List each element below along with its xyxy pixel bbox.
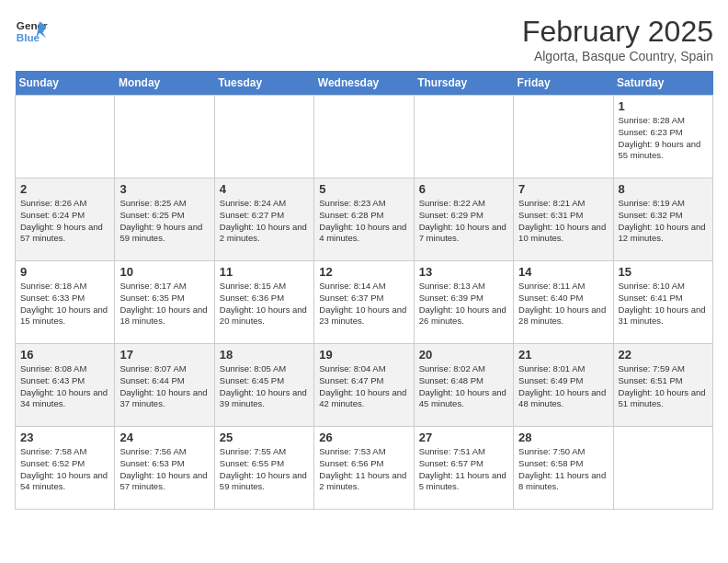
day-info: Sunrise: 8:26 AM Sunset: 6:24 PM Dayligh… [20, 198, 109, 245]
day-number: 25 [220, 431, 309, 444]
calendar-cell: 12Sunrise: 8:14 AM Sunset: 6:37 PM Dayli… [314, 261, 414, 344]
day-number: 27 [419, 431, 508, 444]
day-info: Sunrise: 8:02 AM Sunset: 6:48 PM Dayligh… [419, 363, 508, 410]
day-info: Sunrise: 7:53 AM Sunset: 6:56 PM Dayligh… [319, 446, 408, 493]
location: Algorta, Basque Country, Spain [522, 49, 713, 63]
day-info: Sunrise: 8:11 AM Sunset: 6:40 PM Dayligh… [518, 281, 608, 327]
calendar-cell: 21Sunrise: 8:01 AM Sunset: 6:49 PM Dayli… [514, 344, 613, 427]
day-number: 23 [20, 431, 109, 444]
day-info: Sunrise: 8:22 AM Sunset: 6:29 PM Dayligh… [419, 198, 508, 245]
day-number: 16 [20, 348, 109, 362]
day-info: Sunrise: 7:50 AM Sunset: 6:58 PM Dayligh… [518, 446, 608, 493]
day-info: Sunrise: 7:51 AM Sunset: 6:57 PM Dayligh… [419, 446, 508, 493]
day-number: 22 [619, 348, 708, 362]
day-info: Sunrise: 8:08 AM Sunset: 6:43 PM Dayligh… [20, 363, 109, 410]
calendar-cell: 11Sunrise: 8:15 AM Sunset: 6:36 PM Dayli… [214, 261, 313, 344]
day-number: 20 [419, 348, 508, 362]
day-number: 8 [619, 182, 708, 196]
calendar-cell: 20Sunrise: 8:02 AM Sunset: 6:48 PM Dayli… [414, 344, 513, 427]
calendar-cell: 16Sunrise: 8:08 AM Sunset: 6:43 PM Dayli… [16, 344, 115, 427]
day-number: 17 [119, 348, 209, 362]
page-header: General Blue February 2025 Algorta, Basq… [15, 15, 713, 63]
day-info: Sunrise: 7:56 AM Sunset: 6:53 PM Dayligh… [119, 446, 209, 493]
calendar-week-4: 16Sunrise: 8:08 AM Sunset: 6:43 PM Dayli… [16, 344, 713, 427]
calendar-cell: 18Sunrise: 8:05 AM Sunset: 6:45 PM Dayli… [214, 344, 313, 427]
day-info: Sunrise: 8:07 AM Sunset: 6:44 PM Dayligh… [119, 363, 209, 410]
calendar-cell: 27Sunrise: 7:51 AM Sunset: 6:57 PM Dayli… [414, 427, 513, 510]
calendar-cell: 9Sunrise: 8:18 AM Sunset: 6:33 PM Daylig… [16, 261, 115, 344]
weekday-header-sunday: Sunday [16, 71, 115, 96]
calendar-cell: 22Sunrise: 7:59 AM Sunset: 6:51 PM Dayli… [613, 344, 712, 427]
calendar-cell: 7Sunrise: 8:21 AM Sunset: 6:31 PM Daylig… [514, 178, 613, 261]
calendar-week-1: 1Sunrise: 8:28 AM Sunset: 6:23 PM Daylig… [16, 96, 713, 178]
calendar-cell: 2Sunrise: 8:26 AM Sunset: 6:24 PM Daylig… [16, 178, 115, 261]
month-title: February 2025 [522, 15, 713, 49]
calendar-cell: 19Sunrise: 8:04 AM Sunset: 6:47 PM Dayli… [314, 344, 414, 427]
day-number: 11 [220, 265, 309, 279]
calendar-cell [613, 427, 712, 510]
day-number: 7 [518, 182, 608, 196]
weekday-header-row: SundayMondayTuesdayWednesdayThursdayFrid… [16, 71, 713, 96]
day-number: 10 [119, 265, 209, 279]
calendar-cell: 23Sunrise: 7:58 AM Sunset: 6:52 PM Dayli… [16, 427, 115, 510]
day-info: Sunrise: 8:18 AM Sunset: 6:33 PM Dayligh… [20, 281, 109, 327]
day-number: 21 [518, 348, 608, 362]
day-number: 13 [419, 265, 508, 279]
weekday-header-wednesday: Wednesday [314, 71, 414, 96]
day-info: Sunrise: 8:19 AM Sunset: 6:32 PM Dayligh… [619, 198, 708, 245]
calendar-cell: 26Sunrise: 7:53 AM Sunset: 6:56 PM Dayli… [314, 427, 414, 510]
day-info: Sunrise: 8:28 AM Sunset: 6:23 PM Dayligh… [619, 115, 708, 162]
day-number: 26 [319, 431, 408, 444]
title-area: February 2025 Algorta, Basque Country, S… [522, 15, 713, 63]
calendar-cell: 15Sunrise: 8:10 AM Sunset: 6:41 PM Dayli… [613, 261, 712, 344]
day-info: Sunrise: 8:05 AM Sunset: 6:45 PM Dayligh… [220, 363, 309, 410]
day-info: Sunrise: 8:17 AM Sunset: 6:35 PM Dayligh… [119, 281, 209, 327]
calendar-cell: 28Sunrise: 7:50 AM Sunset: 6:58 PM Dayli… [514, 427, 613, 510]
calendar-week-3: 9Sunrise: 8:18 AM Sunset: 6:33 PM Daylig… [16, 261, 713, 344]
day-info: Sunrise: 8:01 AM Sunset: 6:49 PM Dayligh… [518, 363, 608, 410]
weekday-header-monday: Monday [115, 71, 214, 96]
calendar-cell: 24Sunrise: 7:56 AM Sunset: 6:53 PM Dayli… [115, 427, 214, 510]
day-number: 14 [518, 265, 608, 279]
day-number: 19 [319, 348, 408, 362]
day-number: 24 [119, 431, 209, 444]
day-info: Sunrise: 8:04 AM Sunset: 6:47 PM Dayligh… [319, 363, 408, 410]
day-number: 28 [518, 431, 608, 444]
day-number: 5 [319, 182, 408, 196]
calendar-cell [314, 96, 414, 178]
weekday-header-friday: Friday [514, 71, 613, 96]
day-number: 9 [20, 265, 109, 279]
logo-icon: General Blue [15, 15, 48, 48]
calendar-cell: 25Sunrise: 7:55 AM Sunset: 6:55 PM Dayli… [214, 427, 313, 510]
calendar-cell: 5Sunrise: 8:23 AM Sunset: 6:28 PM Daylig… [314, 178, 414, 261]
day-number: 1 [619, 99, 708, 113]
calendar-week-5: 23Sunrise: 7:58 AM Sunset: 6:52 PM Dayli… [16, 427, 713, 510]
calendar-cell: 6Sunrise: 8:22 AM Sunset: 6:29 PM Daylig… [414, 178, 513, 261]
day-number: 2 [20, 182, 109, 196]
day-info: Sunrise: 8:24 AM Sunset: 6:27 PM Dayligh… [220, 198, 309, 245]
day-info: Sunrise: 7:55 AM Sunset: 6:55 PM Dayligh… [220, 446, 309, 493]
day-info: Sunrise: 8:25 AM Sunset: 6:25 PM Dayligh… [119, 198, 209, 245]
day-number: 3 [119, 182, 209, 196]
calendar-cell: 17Sunrise: 8:07 AM Sunset: 6:44 PM Dayli… [115, 344, 214, 427]
calendar-cell: 10Sunrise: 8:17 AM Sunset: 6:35 PM Dayli… [115, 261, 214, 344]
calendar-cell: 8Sunrise: 8:19 AM Sunset: 6:32 PM Daylig… [613, 178, 712, 261]
calendar-cell [16, 96, 115, 178]
day-number: 15 [619, 265, 708, 279]
day-info: Sunrise: 7:59 AM Sunset: 6:51 PM Dayligh… [619, 363, 708, 410]
calendar-cell: 3Sunrise: 8:25 AM Sunset: 6:25 PM Daylig… [115, 178, 214, 261]
calendar-cell [414, 96, 513, 178]
day-info: Sunrise: 8:15 AM Sunset: 6:36 PM Dayligh… [220, 281, 309, 327]
weekday-header-tuesday: Tuesday [214, 71, 313, 96]
day-info: Sunrise: 8:13 AM Sunset: 6:39 PM Dayligh… [419, 281, 508, 327]
calendar-cell: 14Sunrise: 8:11 AM Sunset: 6:40 PM Dayli… [514, 261, 613, 344]
day-info: Sunrise: 8:21 AM Sunset: 6:31 PM Dayligh… [518, 198, 608, 245]
calendar-cell [214, 96, 313, 178]
day-number: 18 [220, 348, 309, 362]
calendar-cell [514, 96, 613, 178]
day-number: 6 [419, 182, 508, 196]
weekday-header-thursday: Thursday [414, 71, 513, 96]
day-number: 4 [220, 182, 309, 196]
weekday-header-saturday: Saturday [613, 71, 712, 96]
calendar-cell: 1Sunrise: 8:28 AM Sunset: 6:23 PM Daylig… [613, 96, 712, 178]
